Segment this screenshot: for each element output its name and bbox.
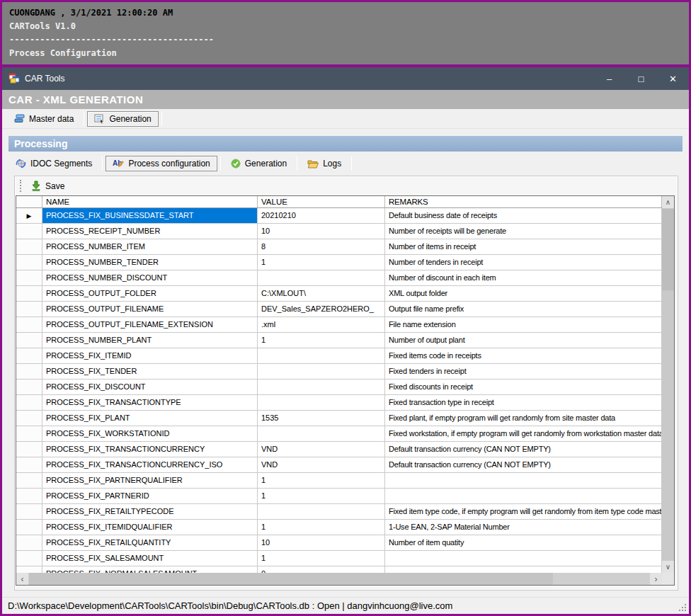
grid-cell-value[interactable]: 20210210 — [258, 208, 385, 224]
grid-cell-name[interactable]: PROCESS_NUMBER_PLANT — [42, 333, 258, 348]
grid-cell-value[interactable]: 1535 — [258, 411, 385, 426]
grid-cell-remarks[interactable] — [385, 566, 662, 573]
scroll-left-icon[interactable]: ‹ — [16, 573, 28, 585]
tab-generation-sub[interactable]: Generation — [224, 156, 294, 171]
row-header-cell[interactable]: ▶ — [16, 208, 42, 224]
vertical-scrollbar[interactable]: ∧ ∨ — [662, 196, 674, 573]
tab-idoc-segments[interactable]: IDOC Segments — [8, 156, 99, 171]
grid-cell-name[interactable]: PROCESS_FIX_NORMALSALESAMOUNT — [42, 566, 258, 573]
grid-cell-remarks[interactable]: Fixed tenders in receipt — [385, 364, 662, 380]
scroll-up-icon[interactable]: ∧ — [662, 196, 674, 208]
grid-cell-value[interactable]: DEV_Sales_SAPZERO2HERO_ — [258, 302, 385, 317]
scroll-down-icon[interactable]: ∨ — [662, 561, 674, 573]
grid-cell-remarks[interactable]: Fixed workstation, if empty program will… — [385, 426, 662, 442]
grid-cell-value[interactable]: C:\XMLOUT\ — [258, 286, 385, 302]
grid-cell-name[interactable]: PROCESS_NUMBER_ITEM — [42, 239, 258, 255]
grid-cell-name[interactable]: PROCESS_NUMBER_DISCOUNT — [42, 270, 258, 286]
maximize-button[interactable]: □ — [625, 67, 657, 90]
table-row[interactable]: PROCESS_FIX_RETAILQUANTITY 10 Number of … — [16, 535, 662, 551]
horizontal-scroll-thumb[interactable] — [29, 573, 553, 585]
grid-cell-name[interactable]: PROCESS_FIX_TRANSACTIONCURRENCY_ISO — [42, 457, 258, 473]
table-row[interactable]: PROCESS_NUMBER_DISCOUNT Number of discou… — [16, 270, 662, 286]
grid-cell-name[interactable]: PROCESS_FIX_DISCOUNT — [42, 380, 258, 395]
grid-cell-remarks[interactable]: Number of output plant — [385, 333, 662, 348]
grid-cell-value[interactable]: 1 — [258, 520, 385, 535]
grid-cell-remarks[interactable]: File name extension — [385, 317, 662, 333]
save-button[interactable]: Save — [26, 179, 69, 193]
table-row[interactable]: PROCESS_OUTPUT_FILENAME_EXTENSION .xml F… — [16, 317, 662, 333]
row-header-cell[interactable] — [16, 302, 42, 317]
tab-logs[interactable]: Logs — [300, 156, 348, 171]
grid-cell-name[interactable]: PROCESS_FIX_RETAILTYPECODE — [42, 504, 258, 520]
grid-cell-value[interactable]: 1 — [258, 489, 385, 504]
grid-cell-remarks[interactable]: Number of discount in each item — [385, 270, 662, 286]
grid-cell-remarks[interactable] — [385, 551, 662, 566]
grid-cell-name[interactable]: PROCESS_FIX_PARTNERID — [42, 489, 258, 504]
row-header-cell[interactable] — [16, 270, 42, 286]
app-icon[interactable] — [8, 73, 20, 84]
grid-cell-remarks[interactable]: Fixed discounts in receipt — [385, 380, 662, 395]
row-header-cell[interactable] — [16, 489, 42, 504]
row-header-cell[interactable] — [16, 364, 42, 380]
table-row[interactable]: PROCESS_NUMBER_ITEM 8 Number of items in… — [16, 239, 662, 255]
grid-cell-name[interactable]: PROCESS_FIX_ITEMID — [42, 348, 258, 364]
grid-cell-name[interactable]: PROCESS_FIX_PLANT — [42, 411, 258, 426]
grid-cell-value[interactable]: 8 — [258, 239, 385, 255]
grid-cell-remarks[interactable] — [385, 489, 662, 504]
grid-cell-name[interactable]: PROCESS_FIX_TRANSACTIONTYPE — [42, 395, 258, 411]
row-header-column[interactable] — [16, 196, 42, 207]
grid-cell-value[interactable]: 10 — [258, 224, 385, 239]
grid-cell-name[interactable]: PROCESS_NUMBER_TENDER — [42, 255, 258, 270]
grid-cell-remarks[interactable]: Fixed items code in receipts — [385, 348, 662, 364]
grid-cell-name[interactable]: PROCESS_FIX_WORKSTATIONID — [42, 426, 258, 442]
grid-cell-remarks[interactable]: Fixed transaction type in receipt — [385, 395, 662, 411]
grid-cell-value[interactable] — [258, 504, 385, 520]
row-header-cell[interactable] — [16, 504, 42, 520]
grid-cell-name[interactable]: PROCESS_FIX_SALESAMOUNT — [42, 551, 258, 566]
grid-cell-value[interactable] — [258, 270, 385, 286]
row-header-cell[interactable] — [16, 224, 42, 239]
grid-cell-name[interactable]: PROCESS_FIX_BUSINESSDATE_START — [42, 208, 258, 224]
grid-cell-remarks[interactable]: Default transaction currency (CAN NOT EM… — [385, 457, 662, 473]
row-header-cell[interactable] — [16, 411, 42, 426]
grid-cell-remarks[interactable]: Default business date of receipts — [385, 208, 662, 224]
grid-cell-value[interactable]: 1 — [258, 255, 385, 270]
table-row[interactable]: PROCESS_RECEIPT_NUMBER 10 Number of rece… — [16, 224, 662, 239]
grid-cell-value[interactable] — [258, 364, 385, 380]
minimize-button[interactable]: – — [593, 67, 625, 90]
row-header-cell[interactable] — [16, 457, 42, 473]
close-button[interactable]: ✕ — [657, 67, 689, 90]
grid-cell-name[interactable]: PROCESS_FIX_TRANSACTIONCURRENCY — [42, 442, 258, 457]
grid-cell-remarks[interactable]: XML output folder — [385, 286, 662, 302]
table-row[interactable]: PROCESS_FIX_DISCOUNT Fixed discounts in … — [16, 380, 662, 395]
table-row[interactable]: PROCESS_FIX_PARTNERQUALIFIER 1 — [16, 473, 662, 489]
row-header-cell[interactable] — [16, 348, 42, 364]
table-row[interactable]: PROCESS_FIX_NORMALSALESAMOUNT 0 — [16, 566, 662, 573]
grid-cell-name[interactable]: PROCESS_FIX_RETAILQUANTITY — [42, 535, 258, 551]
table-row[interactable]: PROCESS_FIX_SALESAMOUNT 1 — [16, 551, 662, 566]
table-row[interactable]: PROCESS_FIX_WORKSTATIONID Fixed workstat… — [16, 426, 662, 442]
row-header-cell[interactable] — [16, 520, 42, 535]
grid-cell-name[interactable]: PROCESS_FIX_PARTNERQUALIFIER — [42, 473, 258, 489]
row-header-cell[interactable] — [16, 255, 42, 270]
grid-cell-value[interactable] — [258, 395, 385, 411]
grid-cell-remarks[interactable]: Number of tenders in receipt — [385, 255, 662, 270]
vertical-scroll-thumb[interactable] — [662, 209, 674, 290]
table-row[interactable]: PROCESS_OUTPUT_FILENAME DEV_Sales_SAPZER… — [16, 302, 662, 317]
table-row[interactable]: PROCESS_OUTPUT_FOLDER C:\XMLOUT\ XML out… — [16, 286, 662, 302]
tab-process-configuration[interactable]: Ab Process configuration — [105, 156, 217, 171]
grid-cell-remarks[interactable] — [385, 473, 662, 489]
row-header-cell[interactable] — [16, 426, 42, 442]
grid-cell-remarks[interactable]: Number of item quatity — [385, 535, 662, 551]
tab-master-data[interactable]: Master data — [7, 111, 81, 127]
row-header-cell[interactable] — [16, 286, 42, 302]
horizontal-scrollbar[interactable]: ‹ › — [16, 573, 662, 585]
grid-cell-remarks[interactable]: Output file name prefix — [385, 302, 662, 317]
grid-cell-remarks[interactable]: Fixed plant, if empty program will get r… — [385, 411, 662, 426]
table-row[interactable]: PROCESS_FIX_PARTNERID 1 — [16, 489, 662, 504]
grid-cell-value[interactable]: VND — [258, 457, 385, 473]
table-row[interactable]: PROCESS_FIX_TRANSACTIONCURRENCY VND Defa… — [16, 442, 662, 457]
grid-cell-remarks[interactable]: 1-Use EAN, 2-SAP Material Number — [385, 520, 662, 535]
resize-grip[interactable] — [676, 601, 686, 611]
scroll-right-icon[interactable]: › — [650, 573, 662, 585]
